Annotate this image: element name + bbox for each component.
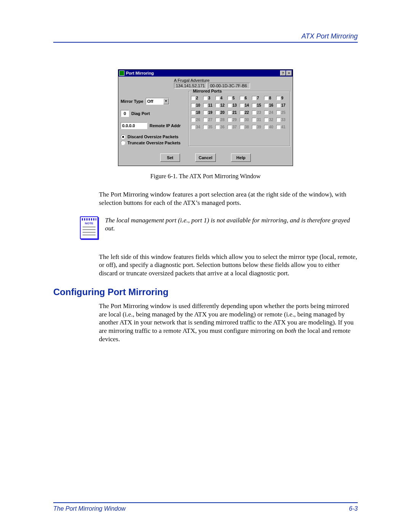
port-24: 24 bbox=[264, 110, 276, 115]
port-number: 11 bbox=[208, 103, 212, 107]
port-9[interactable]: 9 bbox=[276, 96, 288, 100]
para-3-em: both bbox=[285, 327, 296, 334]
checkbox-icon[interactable] bbox=[203, 96, 207, 100]
port-13[interactable]: 13 bbox=[228, 103, 239, 107]
truncate-radio-row[interactable]: Truncate Oversize Packets bbox=[121, 141, 185, 145]
port-5[interactable]: 5 bbox=[228, 96, 239, 100]
remote-ip-input[interactable]: 0.0.0.0 bbox=[121, 122, 147, 129]
port-14[interactable]: 14 bbox=[240, 103, 251, 107]
checkbox-icon[interactable] bbox=[240, 110, 244, 115]
checkbox-icon bbox=[228, 125, 232, 129]
checkbox-icon[interactable] bbox=[228, 110, 232, 115]
port-38: 38 bbox=[240, 125, 251, 129]
port-number: 23 bbox=[257, 110, 261, 115]
help-titlebutton[interactable]: ? bbox=[280, 70, 286, 76]
cancel-button[interactable]: Cancel bbox=[195, 153, 216, 162]
checkbox-icon[interactable] bbox=[215, 110, 220, 115]
app-icon bbox=[119, 70, 124, 76]
port-number: 36 bbox=[220, 125, 225, 129]
port-23: 23 bbox=[252, 110, 263, 115]
radio-icon[interactable] bbox=[121, 141, 125, 145]
checkbox-icon[interactable] bbox=[276, 103, 280, 107]
port-37: 37 bbox=[228, 125, 239, 129]
port-20[interactable]: 20 bbox=[215, 110, 227, 115]
port-number: 40 bbox=[269, 125, 273, 129]
radio-icon[interactable] bbox=[121, 134, 125, 139]
port-number: 33 bbox=[281, 118, 285, 122]
port-number: 14 bbox=[245, 103, 249, 107]
port-36: 36 bbox=[215, 125, 227, 129]
ip-display: 134.141.52.171 bbox=[174, 83, 207, 89]
checkbox-icon bbox=[276, 118, 280, 122]
port-18[interactable]: 18 bbox=[191, 110, 202, 115]
port-26: 26 bbox=[191, 118, 202, 122]
checkbox-icon[interactable] bbox=[215, 103, 220, 107]
port-4[interactable]: 4 bbox=[215, 96, 227, 100]
port-number: 32 bbox=[269, 118, 273, 122]
port-number: 31 bbox=[257, 118, 261, 122]
port-number: 4 bbox=[220, 96, 223, 100]
port-8[interactable]: 8 bbox=[264, 96, 276, 100]
checkbox-icon[interactable] bbox=[203, 110, 207, 115]
group-title: Mirrored Ports bbox=[192, 89, 223, 93]
port-11[interactable]: 11 bbox=[203, 103, 215, 107]
checkbox-icon[interactable] bbox=[191, 103, 195, 107]
port-number: 3 bbox=[208, 96, 210, 100]
port-number: 37 bbox=[233, 125, 237, 129]
port-39: 39 bbox=[252, 125, 263, 129]
checkbox-icon[interactable] bbox=[264, 96, 268, 100]
port-17[interactable]: 17 bbox=[276, 103, 288, 107]
discard-radio-row[interactable]: Discard Oversize Packets bbox=[121, 134, 185, 139]
port-10[interactable]: 10 bbox=[191, 103, 202, 107]
mac-display: 00-00-1D-3C-7F-B6 bbox=[208, 83, 250, 89]
checkbox-icon bbox=[191, 118, 195, 122]
port-2[interactable]: 2 bbox=[191, 96, 202, 100]
port-35: 35 bbox=[203, 125, 215, 129]
diag-port-input[interactable]: 0 bbox=[121, 110, 129, 117]
checkbox-icon bbox=[276, 125, 280, 129]
port-33: 33 bbox=[276, 118, 288, 122]
checkbox-icon[interactable] bbox=[240, 96, 244, 100]
checkbox-icon[interactable] bbox=[264, 103, 268, 107]
close-titlebutton[interactable]: × bbox=[286, 70, 292, 76]
port-41: 41 bbox=[276, 125, 288, 129]
port-number: 39 bbox=[257, 125, 261, 129]
port-16[interactable]: 16 bbox=[264, 103, 276, 107]
help-button[interactable]: Help bbox=[231, 153, 251, 162]
set-button[interactable]: Set bbox=[160, 153, 180, 162]
checkbox-icon[interactable] bbox=[228, 96, 232, 100]
checkbox-icon[interactable] bbox=[252, 96, 256, 100]
checkbox-icon[interactable] bbox=[191, 110, 195, 115]
port-21[interactable]: 21 bbox=[228, 110, 239, 115]
port-number: 29 bbox=[233, 118, 237, 122]
port-number: 21 bbox=[233, 110, 237, 115]
port-number: 19 bbox=[208, 110, 212, 115]
page-header-right: ATX Port Mirroring bbox=[53, 32, 358, 42]
port-7[interactable]: 7 bbox=[252, 96, 263, 100]
mirror-type-dropdown[interactable]: Off ▼ bbox=[146, 98, 169, 105]
ports-row: 23456789 bbox=[191, 96, 288, 100]
port-22[interactable]: 22 bbox=[240, 110, 251, 115]
checkbox-icon[interactable] bbox=[240, 103, 244, 107]
page-footer: The Port Mirroring Window 6-3 bbox=[53, 502, 358, 512]
checkbox-icon bbox=[203, 125, 207, 129]
port-15[interactable]: 15 bbox=[252, 103, 263, 107]
checkbox-icon[interactable] bbox=[191, 96, 195, 100]
port-number: 34 bbox=[196, 125, 200, 129]
port-19[interactable]: 19 bbox=[203, 110, 215, 115]
port-number: 17 bbox=[281, 103, 285, 107]
chevron-down-icon[interactable]: ▼ bbox=[163, 98, 169, 104]
port-number: 27 bbox=[208, 118, 212, 122]
para-3: The Port Mirroring window is used differ… bbox=[53, 302, 358, 343]
checkbox-icon[interactable] bbox=[276, 96, 280, 100]
ports-row: 3435363738394041 bbox=[191, 125, 288, 129]
port-12[interactable]: 12 bbox=[215, 103, 227, 107]
checkbox-icon[interactable] bbox=[252, 103, 256, 107]
checkbox-icon bbox=[203, 118, 207, 122]
port-3[interactable]: 3 bbox=[203, 96, 215, 100]
checkbox-icon[interactable] bbox=[215, 96, 220, 100]
footer-rule bbox=[53, 502, 358, 503]
checkbox-icon[interactable] bbox=[203, 103, 207, 107]
port-6[interactable]: 6 bbox=[240, 96, 251, 100]
checkbox-icon[interactable] bbox=[228, 103, 232, 107]
